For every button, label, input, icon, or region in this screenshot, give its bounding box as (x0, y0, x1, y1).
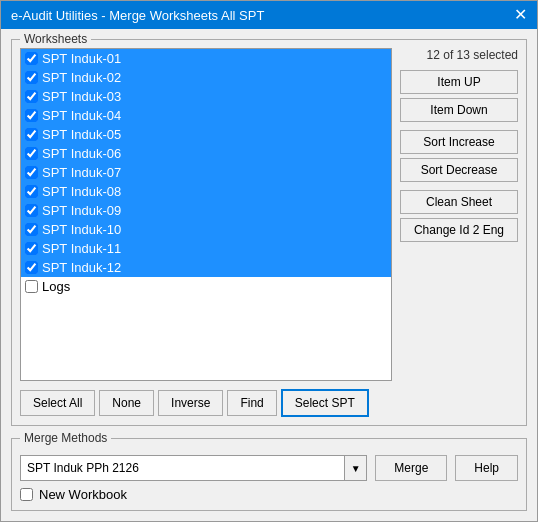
list-item-label: Logs (42, 279, 70, 294)
merge-button[interactable]: Merge (375, 455, 447, 481)
list-item[interactable]: SPT Induk-01 (21, 49, 391, 68)
help-button[interactable]: Help (455, 455, 518, 481)
main-window: e-Audit Utilities - Merge Worksheets All… (0, 0, 538, 522)
list-item-checkbox[interactable] (25, 147, 38, 160)
list-item[interactable]: SPT Induk-04 (21, 106, 391, 125)
merge-methods-label: Merge Methods (20, 431, 111, 445)
inverse-button[interactable]: Inverse (158, 390, 223, 416)
list-item-checkbox[interactable] (25, 52, 38, 65)
item-down-button[interactable]: Item Down (400, 98, 518, 122)
list-item-label: SPT Induk-03 (42, 89, 121, 104)
list-item[interactable]: SPT Induk-12 (21, 258, 391, 277)
worksheets-list[interactable]: SPT Induk-01SPT Induk-02SPT Induk-03SPT … (20, 48, 392, 381)
select-all-button[interactable]: Select All (20, 390, 95, 416)
list-item[interactable]: SPT Induk-02 (21, 68, 391, 87)
new-workbook-checkbox[interactable] (20, 488, 33, 501)
list-item-label: SPT Induk-10 (42, 222, 121, 237)
merge-methods-group: Merge Methods ▼ Merge Help New Workbook (11, 438, 527, 511)
window-title: e-Audit Utilities - Merge Worksheets All… (11, 8, 264, 23)
new-workbook-label: New Workbook (39, 487, 127, 502)
select-spt-button[interactable]: Select SPT (281, 389, 369, 417)
bottom-buttons: Select All None Inverse Find Select SPT (20, 389, 518, 417)
list-item-checkbox[interactable] (25, 280, 38, 293)
sort-decrease-button[interactable]: Sort Decrease (400, 158, 518, 182)
list-item-checkbox[interactable] (25, 109, 38, 122)
list-item[interactable]: SPT Induk-11 (21, 239, 391, 258)
list-item[interactable]: SPT Induk-03 (21, 87, 391, 106)
clean-sheet-button[interactable]: Clean Sheet (400, 190, 518, 214)
new-workbook-row: New Workbook (20, 487, 518, 502)
list-item-label: SPT Induk-09 (42, 203, 121, 218)
list-item-label: SPT Induk-04 (42, 108, 121, 123)
list-item[interactable]: Logs (21, 277, 391, 296)
count-label: 12 of 13 selected (400, 48, 518, 62)
sort-increase-button[interactable]: Sort Increase (400, 130, 518, 154)
right-panel: 12 of 13 selected Item UP Item Down Sort… (400, 48, 518, 381)
list-item-checkbox[interactable] (25, 204, 38, 217)
worksheets-group-label: Worksheets (20, 32, 91, 46)
close-button[interactable]: ✕ (514, 7, 527, 23)
merge-select-input[interactable] (21, 457, 344, 479)
change-id-2-eng-button[interactable]: Change Id 2 Eng (400, 218, 518, 242)
list-item-checkbox[interactable] (25, 185, 38, 198)
list-item[interactable]: SPT Induk-09 (21, 201, 391, 220)
merge-dropdown-button[interactable]: ▼ (344, 456, 366, 480)
list-item[interactable]: SPT Induk-06 (21, 144, 391, 163)
list-item-checkbox[interactable] (25, 71, 38, 84)
list-item-label: SPT Induk-11 (42, 241, 121, 256)
list-item-checkbox[interactable] (25, 261, 38, 274)
list-item-label: SPT Induk-08 (42, 184, 121, 199)
list-item-label: SPT Induk-01 (42, 51, 121, 66)
list-item-label: SPT Induk-05 (42, 127, 121, 142)
find-button[interactable]: Find (227, 390, 276, 416)
list-item-label: SPT Induk-07 (42, 165, 121, 180)
list-item-label: SPT Induk-02 (42, 70, 121, 85)
list-item-checkbox[interactable] (25, 223, 38, 236)
list-item[interactable]: SPT Induk-10 (21, 220, 391, 239)
item-up-button[interactable]: Item UP (400, 70, 518, 94)
list-item-label: SPT Induk-06 (42, 146, 121, 161)
list-item[interactable]: SPT Induk-05 (21, 125, 391, 144)
list-item-label: SPT Induk-12 (42, 260, 121, 275)
list-item[interactable]: SPT Induk-07 (21, 163, 391, 182)
merge-select-wrap: ▼ (20, 455, 367, 481)
title-bar: e-Audit Utilities - Merge Worksheets All… (1, 1, 537, 29)
list-item-checkbox[interactable] (25, 166, 38, 179)
list-item-checkbox[interactable] (25, 242, 38, 255)
list-item-checkbox[interactable] (25, 90, 38, 103)
merge-row: ▼ Merge Help (20, 455, 518, 481)
list-item-checkbox[interactable] (25, 128, 38, 141)
none-button[interactable]: None (99, 390, 154, 416)
worksheets-group: Worksheets SPT Induk-01SPT Induk-02SPT I… (11, 39, 527, 426)
worksheets-section: SPT Induk-01SPT Induk-02SPT Induk-03SPT … (20, 48, 518, 381)
list-item[interactable]: SPT Induk-08 (21, 182, 391, 201)
